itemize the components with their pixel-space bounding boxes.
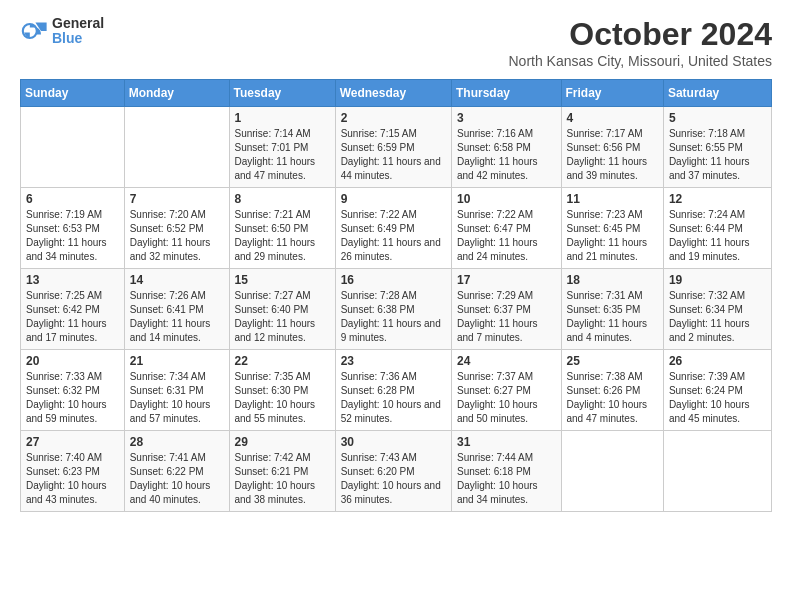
day-info: Sunrise: 7:15 AM Sunset: 6:59 PM Dayligh…	[341, 127, 446, 183]
calendar-cell	[124, 107, 229, 188]
calendar-cell: 29Sunrise: 7:42 AM Sunset: 6:21 PM Dayli…	[229, 431, 335, 512]
day-info: Sunrise: 7:16 AM Sunset: 6:58 PM Dayligh…	[457, 127, 556, 183]
day-number: 17	[457, 273, 556, 287]
calendar-cell: 3Sunrise: 7:16 AM Sunset: 6:58 PM Daylig…	[451, 107, 561, 188]
calendar-cell	[561, 431, 663, 512]
day-info: Sunrise: 7:28 AM Sunset: 6:38 PM Dayligh…	[341, 289, 446, 345]
calendar-cell: 9Sunrise: 7:22 AM Sunset: 6:49 PM Daylig…	[335, 188, 451, 269]
day-info: Sunrise: 7:36 AM Sunset: 6:28 PM Dayligh…	[341, 370, 446, 426]
day-info: Sunrise: 7:24 AM Sunset: 6:44 PM Dayligh…	[669, 208, 766, 264]
day-info: Sunrise: 7:20 AM Sunset: 6:52 PM Dayligh…	[130, 208, 224, 264]
day-info: Sunrise: 7:37 AM Sunset: 6:27 PM Dayligh…	[457, 370, 556, 426]
logo-blue: Blue	[52, 31, 104, 46]
day-info: Sunrise: 7:32 AM Sunset: 6:34 PM Dayligh…	[669, 289, 766, 345]
header-day-sunday: Sunday	[21, 80, 125, 107]
calendar-header: SundayMondayTuesdayWednesdayThursdayFrid…	[21, 80, 772, 107]
header-day-monday: Monday	[124, 80, 229, 107]
week-row-2: 6Sunrise: 7:19 AM Sunset: 6:53 PM Daylig…	[21, 188, 772, 269]
calendar-cell: 11Sunrise: 7:23 AM Sunset: 6:45 PM Dayli…	[561, 188, 663, 269]
calendar-table: SundayMondayTuesdayWednesdayThursdayFrid…	[20, 79, 772, 512]
day-number: 15	[235, 273, 330, 287]
day-info: Sunrise: 7:22 AM Sunset: 6:47 PM Dayligh…	[457, 208, 556, 264]
day-info: Sunrise: 7:29 AM Sunset: 6:37 PM Dayligh…	[457, 289, 556, 345]
title-area: October 2024 North Kansas City, Missouri…	[508, 16, 772, 69]
logo-icon	[20, 17, 48, 45]
day-info: Sunrise: 7:40 AM Sunset: 6:23 PM Dayligh…	[26, 451, 119, 507]
calendar-cell: 19Sunrise: 7:32 AM Sunset: 6:34 PM Dayli…	[663, 269, 771, 350]
calendar-cell: 18Sunrise: 7:31 AM Sunset: 6:35 PM Dayli…	[561, 269, 663, 350]
calendar-cell: 26Sunrise: 7:39 AM Sunset: 6:24 PM Dayli…	[663, 350, 771, 431]
day-number: 31	[457, 435, 556, 449]
day-number: 23	[341, 354, 446, 368]
header-day-friday: Friday	[561, 80, 663, 107]
calendar-cell: 8Sunrise: 7:21 AM Sunset: 6:50 PM Daylig…	[229, 188, 335, 269]
week-row-3: 13Sunrise: 7:25 AM Sunset: 6:42 PM Dayli…	[21, 269, 772, 350]
calendar-cell: 4Sunrise: 7:17 AM Sunset: 6:56 PM Daylig…	[561, 107, 663, 188]
calendar-cell: 1Sunrise: 7:14 AM Sunset: 7:01 PM Daylig…	[229, 107, 335, 188]
day-number: 26	[669, 354, 766, 368]
day-info: Sunrise: 7:21 AM Sunset: 6:50 PM Dayligh…	[235, 208, 330, 264]
day-info: Sunrise: 7:17 AM Sunset: 6:56 PM Dayligh…	[567, 127, 658, 183]
day-info: Sunrise: 7:27 AM Sunset: 6:40 PM Dayligh…	[235, 289, 330, 345]
day-info: Sunrise: 7:42 AM Sunset: 6:21 PM Dayligh…	[235, 451, 330, 507]
header-day-thursday: Thursday	[451, 80, 561, 107]
day-number: 27	[26, 435, 119, 449]
day-info: Sunrise: 7:43 AM Sunset: 6:20 PM Dayligh…	[341, 451, 446, 507]
calendar-cell: 22Sunrise: 7:35 AM Sunset: 6:30 PM Dayli…	[229, 350, 335, 431]
week-row-4: 20Sunrise: 7:33 AM Sunset: 6:32 PM Dayli…	[21, 350, 772, 431]
day-number: 6	[26, 192, 119, 206]
calendar-cell: 2Sunrise: 7:15 AM Sunset: 6:59 PM Daylig…	[335, 107, 451, 188]
day-info: Sunrise: 7:33 AM Sunset: 6:32 PM Dayligh…	[26, 370, 119, 426]
day-number: 19	[669, 273, 766, 287]
day-number: 18	[567, 273, 658, 287]
day-number: 21	[130, 354, 224, 368]
day-info: Sunrise: 7:19 AM Sunset: 6:53 PM Dayligh…	[26, 208, 119, 264]
calendar-cell: 14Sunrise: 7:26 AM Sunset: 6:41 PM Dayli…	[124, 269, 229, 350]
day-info: Sunrise: 7:39 AM Sunset: 6:24 PM Dayligh…	[669, 370, 766, 426]
day-number: 25	[567, 354, 658, 368]
day-number: 14	[130, 273, 224, 287]
logo: General Blue	[20, 16, 104, 47]
day-info: Sunrise: 7:14 AM Sunset: 7:01 PM Dayligh…	[235, 127, 330, 183]
day-number: 20	[26, 354, 119, 368]
header-day-tuesday: Tuesday	[229, 80, 335, 107]
calendar-subtitle: North Kansas City, Missouri, United Stat…	[508, 53, 772, 69]
day-info: Sunrise: 7:44 AM Sunset: 6:18 PM Dayligh…	[457, 451, 556, 507]
day-number: 9	[341, 192, 446, 206]
day-number: 30	[341, 435, 446, 449]
day-info: Sunrise: 7:22 AM Sunset: 6:49 PM Dayligh…	[341, 208, 446, 264]
day-number: 1	[235, 111, 330, 125]
day-info: Sunrise: 7:23 AM Sunset: 6:45 PM Dayligh…	[567, 208, 658, 264]
calendar-cell: 31Sunrise: 7:44 AM Sunset: 6:18 PM Dayli…	[451, 431, 561, 512]
day-number: 29	[235, 435, 330, 449]
logo-general: General	[52, 16, 104, 31]
week-row-5: 27Sunrise: 7:40 AM Sunset: 6:23 PM Dayli…	[21, 431, 772, 512]
calendar-cell: 23Sunrise: 7:36 AM Sunset: 6:28 PM Dayli…	[335, 350, 451, 431]
calendar-title: October 2024	[508, 16, 772, 53]
day-number: 22	[235, 354, 330, 368]
day-number: 28	[130, 435, 224, 449]
calendar-cell: 16Sunrise: 7:28 AM Sunset: 6:38 PM Dayli…	[335, 269, 451, 350]
calendar-cell: 17Sunrise: 7:29 AM Sunset: 6:37 PM Dayli…	[451, 269, 561, 350]
day-number: 24	[457, 354, 556, 368]
day-number: 16	[341, 273, 446, 287]
calendar-cell: 25Sunrise: 7:38 AM Sunset: 6:26 PM Dayli…	[561, 350, 663, 431]
day-number: 10	[457, 192, 556, 206]
calendar-cell: 15Sunrise: 7:27 AM Sunset: 6:40 PM Dayli…	[229, 269, 335, 350]
day-number: 8	[235, 192, 330, 206]
header-day-saturday: Saturday	[663, 80, 771, 107]
day-number: 7	[130, 192, 224, 206]
day-info: Sunrise: 7:18 AM Sunset: 6:55 PM Dayligh…	[669, 127, 766, 183]
day-info: Sunrise: 7:38 AM Sunset: 6:26 PM Dayligh…	[567, 370, 658, 426]
calendar-cell: 10Sunrise: 7:22 AM Sunset: 6:47 PM Dayli…	[451, 188, 561, 269]
calendar-cell	[21, 107, 125, 188]
day-info: Sunrise: 7:25 AM Sunset: 6:42 PM Dayligh…	[26, 289, 119, 345]
day-info: Sunrise: 7:34 AM Sunset: 6:31 PM Dayligh…	[130, 370, 224, 426]
day-info: Sunrise: 7:26 AM Sunset: 6:41 PM Dayligh…	[130, 289, 224, 345]
day-info: Sunrise: 7:35 AM Sunset: 6:30 PM Dayligh…	[235, 370, 330, 426]
calendar-cell: 30Sunrise: 7:43 AM Sunset: 6:20 PM Dayli…	[335, 431, 451, 512]
week-row-1: 1Sunrise: 7:14 AM Sunset: 7:01 PM Daylig…	[21, 107, 772, 188]
day-info: Sunrise: 7:41 AM Sunset: 6:22 PM Dayligh…	[130, 451, 224, 507]
calendar-cell: 12Sunrise: 7:24 AM Sunset: 6:44 PM Dayli…	[663, 188, 771, 269]
logo-text: General Blue	[52, 16, 104, 47]
